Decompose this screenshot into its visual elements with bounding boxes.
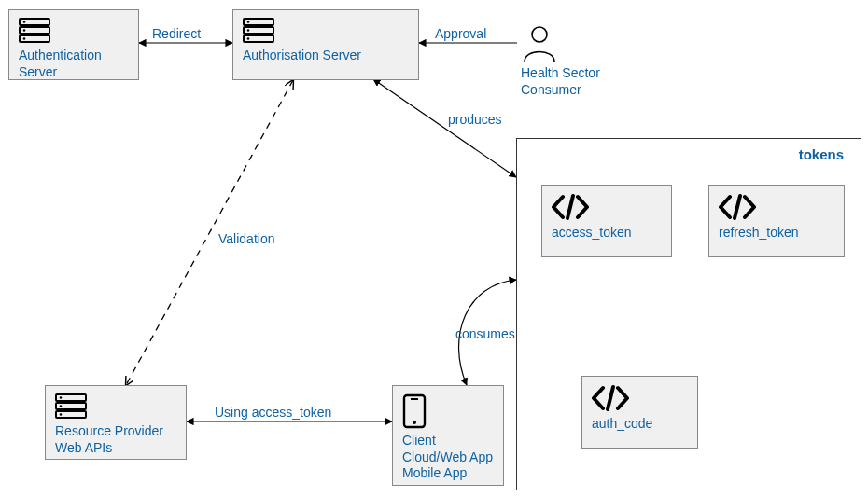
- svg-point-26: [60, 413, 63, 416]
- node-resource-provider: Resource Provider Web APIs: [45, 385, 187, 460]
- node-refresh-token: refresh_token: [708, 185, 845, 257]
- code-icon: [552, 193, 662, 221]
- svg-point-9: [23, 29, 26, 32]
- svg-point-15: [247, 29, 250, 32]
- edge-label-redirect: Redirect: [152, 26, 201, 41]
- svg-point-16: [247, 37, 250, 40]
- node-label: Authorisation Server: [243, 48, 409, 64]
- svg-line-18: [567, 196, 573, 218]
- edge-label-consumes: consumes: [455, 326, 515, 341]
- svg-point-24: [60, 396, 63, 399]
- svg-point-10: [23, 37, 26, 40]
- svg-point-8: [23, 21, 26, 23]
- server-icon: [243, 18, 409, 44]
- node-label: Resource Provider Web APIs: [55, 423, 176, 456]
- svg-line-2: [373, 79, 516, 177]
- svg-point-14: [247, 21, 250, 23]
- node-label: access_token: [552, 225, 662, 242]
- node-authorisation-server: Authorisation Server: [232, 9, 419, 80]
- node-auth-code: auth_code: [581, 376, 698, 449]
- server-icon: [19, 18, 129, 44]
- node-authentication-server: Authentication Server: [8, 9, 139, 80]
- code-icon: [719, 193, 834, 221]
- node-client: Client Cloud/Web App Mobile App: [392, 385, 504, 486]
- node-access-token: access_token: [541, 185, 672, 257]
- edge-label-validation: Validation: [218, 231, 274, 246]
- svg-line-20: [608, 387, 613, 409]
- node-label: Authentication Server: [19, 48, 129, 80]
- node-label: Client Cloud/Web App Mobile App: [402, 433, 494, 482]
- node-health-sector-consumer: Health Sector Consumer: [521, 7, 651, 98]
- edge-label-approval: Approval: [435, 26, 486, 41]
- svg-point-28: [413, 421, 416, 424]
- edge-label-using: Using access_token: [215, 405, 331, 420]
- svg-point-25: [60, 405, 63, 407]
- node-label: refresh_token: [719, 225, 834, 242]
- svg-line-19: [735, 196, 740, 218]
- node-label: auth_code: [592, 416, 688, 433]
- container-title: tokens: [799, 146, 844, 162]
- server-icon: [55, 393, 176, 420]
- node-label: Health Sector Consumer: [521, 65, 651, 98]
- person-icon: [521, 24, 651, 63]
- code-icon: [592, 384, 688, 412]
- smartphone-icon: [402, 393, 494, 429]
- edge-label-produces: produces: [448, 112, 502, 127]
- svg-point-17: [532, 27, 547, 42]
